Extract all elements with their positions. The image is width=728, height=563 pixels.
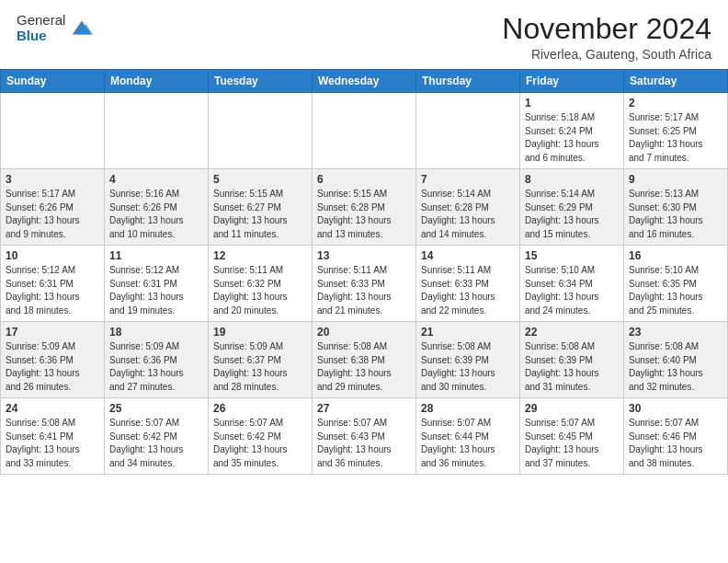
calendar-cell: [1, 93, 105, 169]
day-number: 15: [525, 249, 619, 262]
day-number: 18: [109, 326, 203, 339]
calendar-week-row: 10Sunrise: 5:12 AM Sunset: 6:31 PM Dayli…: [1, 246, 728, 322]
calendar-cell: 6Sunrise: 5:15 AM Sunset: 6:28 PM Daylig…: [313, 169, 416, 246]
day-number: 5: [213, 173, 307, 186]
day-number: 28: [421, 402, 515, 415]
day-number: 25: [109, 402, 203, 415]
day-number: 13: [317, 249, 411, 262]
day-number: 8: [525, 173, 619, 186]
calendar-cell: 8Sunrise: 5:14 AM Sunset: 6:29 PM Daylig…: [520, 169, 624, 246]
calendar-cell: 4Sunrise: 5:16 AM Sunset: 6:26 PM Daylig…: [105, 169, 209, 246]
col-saturday: Saturday: [624, 70, 728, 93]
calendar-cell: 9Sunrise: 5:13 AM Sunset: 6:30 PM Daylig…: [624, 169, 728, 246]
day-info: Sunrise: 5:12 AM Sunset: 6:31 PM Dayligh…: [109, 265, 184, 316]
calendar-cell: 16Sunrise: 5:10 AM Sunset: 6:35 PM Dayli…: [624, 246, 728, 322]
col-thursday: Thursday: [416, 70, 520, 93]
day-number: 24: [6, 402, 99, 415]
day-number: 2: [629, 97, 722, 109]
day-info: Sunrise: 5:17 AM Sunset: 6:25 PM Dayligh…: [629, 112, 703, 163]
logo: General Blue: [17, 13, 95, 43]
day-number: 1: [525, 97, 619, 109]
day-number: 17: [6, 326, 99, 339]
calendar-cell: 27Sunrise: 5:07 AM Sunset: 6:43 PM Dayli…: [313, 398, 416, 475]
calendar-cell: 21Sunrise: 5:08 AM Sunset: 6:39 PM Dayli…: [416, 322, 520, 398]
day-number: 26: [213, 402, 307, 415]
col-sunday: Sunday: [1, 70, 105, 93]
calendar-cell: 3Sunrise: 5:17 AM Sunset: 6:26 PM Daylig…: [1, 169, 105, 246]
logo-icon: [69, 16, 95, 41]
day-info: Sunrise: 5:13 AM Sunset: 6:30 PM Dayligh…: [629, 189, 703, 239]
calendar-page: General Blue November 2024 Riverlea, Gau…: [0, 0, 728, 475]
day-info: Sunrise: 5:14 AM Sunset: 6:29 PM Dayligh…: [525, 189, 599, 239]
day-number: 22: [525, 326, 619, 339]
day-info: Sunrise: 5:09 AM Sunset: 6:37 PM Dayligh…: [213, 341, 288, 392]
day-info: Sunrise: 5:09 AM Sunset: 6:36 PM Dayligh…: [6, 341, 80, 392]
title-block: November 2024 Riverlea, Gauteng, South A…: [502, 13, 711, 62]
day-info: Sunrise: 5:08 AM Sunset: 6:38 PM Dayligh…: [317, 341, 392, 392]
calendar-cell: 20Sunrise: 5:08 AM Sunset: 6:38 PM Dayli…: [313, 322, 416, 398]
calendar-table: Sunday Monday Tuesday Wednesday Thursday…: [0, 69, 728, 475]
logo-text: General Blue: [17, 13, 65, 43]
day-number: 11: [109, 249, 203, 262]
col-monday: Monday: [105, 70, 209, 93]
calendar-cell: 13Sunrise: 5:11 AM Sunset: 6:33 PM Dayli…: [313, 246, 416, 322]
calendar-cell: 24Sunrise: 5:08 AM Sunset: 6:41 PM Dayli…: [1, 398, 105, 475]
col-wednesday: Wednesday: [313, 70, 416, 93]
calendar-cell: 28Sunrise: 5:07 AM Sunset: 6:44 PM Dayli…: [416, 398, 520, 475]
day-number: 23: [629, 326, 722, 339]
day-number: 14: [421, 249, 515, 262]
day-info: Sunrise: 5:07 AM Sunset: 6:46 PM Dayligh…: [629, 418, 703, 468]
day-number: 12: [213, 249, 307, 262]
calendar-cell: 1Sunrise: 5:18 AM Sunset: 6:24 PM Daylig…: [520, 93, 624, 169]
day-number: 21: [421, 326, 515, 339]
calendar-cell: 10Sunrise: 5:12 AM Sunset: 6:31 PM Dayli…: [1, 246, 105, 322]
day-info: Sunrise: 5:08 AM Sunset: 6:39 PM Dayligh…: [525, 341, 599, 392]
day-info: Sunrise: 5:11 AM Sunset: 6:32 PM Dayligh…: [213, 265, 288, 316]
calendar-cell: [209, 93, 313, 169]
day-info: Sunrise: 5:11 AM Sunset: 6:33 PM Dayligh…: [317, 265, 392, 316]
day-number: 7: [421, 173, 515, 186]
month-title: November 2024: [502, 13, 711, 45]
calendar-cell: 22Sunrise: 5:08 AM Sunset: 6:39 PM Dayli…: [520, 322, 624, 398]
day-number: 29: [525, 402, 619, 415]
day-info: Sunrise: 5:12 AM Sunset: 6:31 PM Dayligh…: [6, 265, 80, 316]
day-info: Sunrise: 5:10 AM Sunset: 6:34 PM Dayligh…: [525, 265, 599, 316]
calendar-cell: 11Sunrise: 5:12 AM Sunset: 6:31 PM Dayli…: [105, 246, 209, 322]
day-info: Sunrise: 5:07 AM Sunset: 6:43 PM Dayligh…: [317, 418, 392, 468]
day-info: Sunrise: 5:16 AM Sunset: 6:26 PM Dayligh…: [109, 189, 184, 239]
day-number: 3: [6, 173, 99, 186]
day-info: Sunrise: 5:15 AM Sunset: 6:27 PM Dayligh…: [213, 189, 288, 239]
day-info: Sunrise: 5:08 AM Sunset: 6:41 PM Dayligh…: [6, 418, 80, 468]
day-number: 6: [317, 173, 411, 186]
calendar-cell: 7Sunrise: 5:14 AM Sunset: 6:28 PM Daylig…: [416, 169, 520, 246]
col-friday: Friday: [520, 70, 624, 93]
calendar-cell: 12Sunrise: 5:11 AM Sunset: 6:32 PM Dayli…: [209, 246, 313, 322]
col-tuesday: Tuesday: [209, 70, 313, 93]
calendar-cell: [313, 93, 416, 169]
location: Riverlea, Gauteng, South Africa: [502, 47, 711, 62]
calendar-cell: 25Sunrise: 5:07 AM Sunset: 6:42 PM Dayli…: [105, 398, 209, 475]
calendar-cell: 2Sunrise: 5:17 AM Sunset: 6:25 PM Daylig…: [624, 93, 728, 169]
calendar-cell: 23Sunrise: 5:08 AM Sunset: 6:40 PM Dayli…: [624, 322, 728, 398]
calendar-cell: 17Sunrise: 5:09 AM Sunset: 6:36 PM Dayli…: [1, 322, 105, 398]
day-number: 4: [109, 173, 203, 186]
day-number: 10: [6, 249, 99, 262]
day-info: Sunrise: 5:10 AM Sunset: 6:35 PM Dayligh…: [629, 265, 703, 316]
calendar-week-row: 1Sunrise: 5:18 AM Sunset: 6:24 PM Daylig…: [1, 93, 728, 169]
day-info: Sunrise: 5:17 AM Sunset: 6:26 PM Dayligh…: [6, 189, 80, 239]
calendar-cell: 26Sunrise: 5:07 AM Sunset: 6:42 PM Dayli…: [209, 398, 313, 475]
logo-blue: Blue: [17, 29, 65, 44]
day-number: 16: [629, 249, 722, 262]
day-info: Sunrise: 5:11 AM Sunset: 6:33 PM Dayligh…: [421, 265, 495, 316]
calendar-cell: [105, 93, 209, 169]
day-number: 30: [629, 402, 722, 415]
page-header: General Blue November 2024 Riverlea, Gau…: [0, 0, 728, 69]
day-number: 27: [317, 402, 411, 415]
day-number: 9: [629, 173, 722, 186]
day-info: Sunrise: 5:08 AM Sunset: 6:39 PM Dayligh…: [421, 341, 495, 392]
day-info: Sunrise: 5:18 AM Sunset: 6:24 PM Dayligh…: [525, 112, 599, 163]
calendar-cell: 18Sunrise: 5:09 AM Sunset: 6:36 PM Dayli…: [105, 322, 209, 398]
day-info: Sunrise: 5:07 AM Sunset: 6:44 PM Dayligh…: [421, 418, 495, 468]
calendar-cell: [416, 93, 520, 169]
day-info: Sunrise: 5:09 AM Sunset: 6:36 PM Dayligh…: [109, 341, 184, 392]
